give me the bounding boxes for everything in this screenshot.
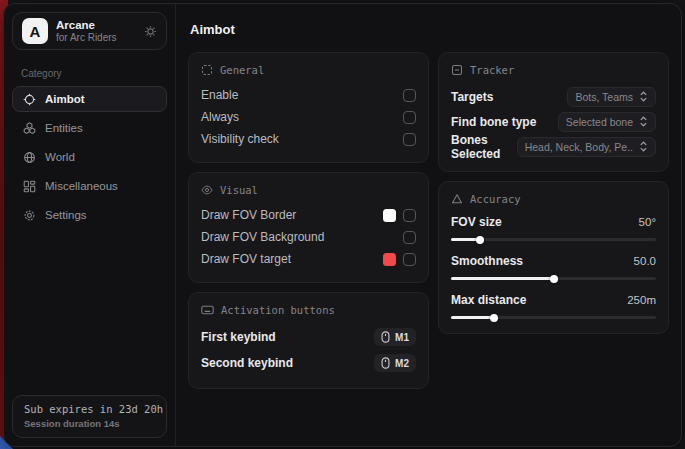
sidebar-item-label: Entities (45, 122, 83, 134)
subscription-expiry: Sub expires in 23d 20h (24, 403, 155, 415)
box-minus-icon (451, 64, 463, 76)
sidebar-item-aimbot[interactable]: Aimbot (12, 86, 167, 112)
keyboard-icon (201, 304, 214, 316)
app-logo: A (22, 18, 48, 44)
setting-label: Smoothness (451, 254, 523, 268)
triangle-icon (451, 193, 463, 205)
dropdown-value: Head, Neck, Body, Pe.. (525, 141, 633, 153)
section-title: Activation buttons (221, 304, 335, 316)
setting-row: Find bone type Selected bone (451, 109, 656, 134)
app-subtitle: for Arc Riders (56, 32, 117, 44)
setting-row: Second keybind M2 (201, 350, 416, 376)
slider-value: 50° (639, 216, 656, 228)
setting-label: First keybind (201, 330, 276, 344)
setting-label: Visibility check (201, 132, 279, 146)
accuracy-card: Accuracy FOV size 50° (438, 181, 669, 334)
mouse-icon (381, 331, 390, 343)
max-distance-slider[interactable] (451, 316, 656, 319)
sidebar-nav: Aimbot Entities World (4, 86, 175, 231)
dropdown-value: Selected bone (566, 116, 633, 128)
sidebar-item-label: Settings (45, 209, 87, 221)
section-title: Tracker (470, 64, 514, 76)
slider-thumb[interactable] (550, 275, 558, 283)
setting-label: Draw FOV Border (201, 208, 296, 222)
bones-selected-dropdown[interactable]: Head, Neck, Body, Pe.. (517, 137, 656, 157)
sidebar-item-label: World (45, 151, 75, 163)
setting-row: Draw FOV target (201, 248, 416, 270)
section-title: General (220, 64, 264, 76)
sidebar-item-label: Aimbot (45, 93, 85, 105)
session-duration: Session duration 14s (24, 418, 155, 429)
chevrons-up-down-icon (639, 141, 648, 152)
sidebar-item-entities[interactable]: Entities (12, 115, 167, 141)
setting-label: FOV size (451, 215, 502, 229)
setting-row: Draw FOV Background (201, 226, 416, 248)
keybind-value: M1 (395, 332, 409, 343)
setting-row: Always (201, 106, 416, 128)
setting-label: Find bone type (451, 115, 536, 129)
sidebar-item-settings[interactable]: Settings (12, 202, 167, 228)
slider-value: 50.0 (634, 255, 656, 267)
setting-label: Draw FOV target (201, 252, 291, 266)
setting-row: Enable (201, 84, 416, 106)
smoothness-slider[interactable] (451, 277, 656, 280)
targets-dropdown[interactable]: Bots, Teams (567, 87, 656, 107)
slider-value: 250m (627, 294, 656, 306)
keybind-value: M2 (395, 358, 409, 369)
settings-gear-icon (23, 209, 36, 222)
sidebar-item-miscellaneous[interactable]: Miscellaneous (12, 173, 167, 199)
subscription-card: Sub expires in 23d 20h Session duration … (12, 395, 167, 438)
section-title: Visual (220, 184, 258, 196)
section-title: Accuracy (470, 193, 521, 205)
page-title: Aimbot (190, 22, 669, 37)
dashed-box-icon (201, 64, 213, 76)
visual-card: Visual Draw FOV Border Draw FOV Backgrou… (188, 172, 429, 283)
visibility-check-checkbox[interactable] (403, 133, 416, 146)
fov-background-checkbox[interactable] (403, 231, 416, 244)
second-keybind-button[interactable]: M2 (374, 354, 416, 372)
fov-target-color-swatch[interactable] (383, 253, 396, 266)
fov-border-checkbox[interactable] (403, 209, 416, 222)
crosshair-icon (23, 93, 36, 106)
app-name: Arcane (56, 19, 117, 32)
setting-label: Draw FOV Background (201, 230, 324, 244)
general-card: General Enable Always Visibility check (188, 52, 429, 163)
brand-card: A Arcane for Arc Riders (12, 12, 167, 50)
setting-row: Draw FOV Border (201, 204, 416, 226)
always-checkbox[interactable] (403, 111, 416, 124)
sidebar: A Arcane for Arc Riders Category (4, 4, 176, 446)
sidebar-item-world[interactable]: World (12, 144, 167, 170)
setting-row: Targets Bots, Teams (451, 84, 656, 109)
setting-row: Visibility check (201, 128, 416, 150)
slider-group: Max distance 250m (451, 291, 656, 319)
app-window: A Arcane for Arc Riders Category (3, 3, 682, 447)
first-keybind-button[interactable]: M1 (374, 328, 416, 346)
setting-label: Second keybind (201, 356, 293, 370)
setting-label: Max distance (451, 293, 526, 307)
find-bone-type-dropdown[interactable]: Selected bone (558, 112, 656, 132)
layout-grid-icon (23, 180, 36, 193)
fov-target-checkbox[interactable] (403, 253, 416, 266)
category-label: Category (21, 68, 175, 79)
mouse-icon (381, 357, 390, 369)
enable-checkbox[interactable] (403, 89, 416, 102)
main-content: Aimbot General Enable (176, 4, 681, 446)
setting-label: Always (201, 110, 239, 124)
setting-label: Targets (451, 90, 493, 104)
tracker-card: Tracker Targets Bots, Teams (438, 52, 669, 172)
setting-label: Enable (201, 88, 238, 102)
fov-border-color-swatch[interactable] (383, 209, 396, 222)
slider-thumb[interactable] (490, 314, 498, 322)
chevrons-up-down-icon (639, 91, 648, 102)
dropdown-value: Bots, Teams (575, 91, 633, 103)
gear-icon[interactable] (144, 25, 157, 38)
sidebar-item-label: Miscellaneous (45, 180, 118, 192)
slider-thumb[interactable] (476, 236, 484, 244)
setting-label: Bones Selected (451, 133, 517, 161)
eye-icon (201, 184, 213, 196)
activation-card: Activation buttons First keybind M1 (188, 292, 429, 389)
fov-size-slider[interactable] (451, 238, 656, 241)
globe-icon (23, 151, 36, 164)
entities-icon (23, 122, 36, 135)
setting-row: Bones Selected Head, Neck, Body, Pe.. (451, 134, 656, 159)
